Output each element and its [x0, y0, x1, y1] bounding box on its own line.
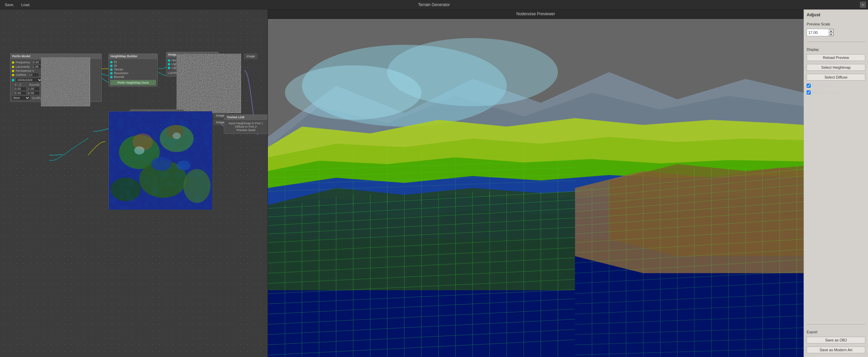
- terrain-svg: [268, 19, 804, 357]
- perlin-preview: [41, 57, 90, 106]
- diffuse-preview-svg: [109, 111, 212, 210]
- save-obj-button[interactable]: Save as OBJ: [807, 337, 865, 343]
- right-panel: Adjust Preview Scale ▲ ▼ Display Reload …: [804, 9, 868, 357]
- bounds-x2[interactable]: [28, 87, 40, 91]
- preview-scale-spinbox[interactable]: ▲ ▼: [807, 29, 834, 36]
- save-modern-art-button[interactable]: Save as Modern Art: [807, 346, 865, 353]
- image-output-label-3: Image: [214, 120, 227, 125]
- heightmap-preview-svg: [177, 54, 241, 113]
- heightmap-builder-header: HeightMap Builder: [109, 54, 157, 59]
- backface-culling-checkbox[interactable]: [807, 90, 811, 94]
- bounds-x1[interactable]: [15, 87, 26, 91]
- close-button[interactable]: ×: [860, 2, 866, 8]
- terrain-canvas: [268, 19, 804, 357]
- app-title: Terrain Generator: [418, 2, 450, 7]
- quality-select[interactable]: Best High Low: [12, 96, 31, 100]
- preview-link-header: Preview Link: [224, 115, 268, 120]
- preview-scale-down[interactable]: ▼: [829, 33, 833, 36]
- wireframe-row: WireFrame: [807, 84, 865, 88]
- heightmap-builder-node[interactable]: HeightMap Builder ID ID Terrain Resoluti…: [108, 54, 158, 87]
- title-bar: Save. Load. Terrain Generator ×: [0, 0, 868, 9]
- node-graph-panel[interactable]: Perlin Model Frequency Lacunarity Persis…: [0, 9, 268, 357]
- image-output-label-2: Image: [214, 113, 227, 118]
- image-output-label: Image: [244, 54, 257, 59]
- preview-scale-label: Preview Scale: [807, 22, 865, 26]
- select-heightmap-button[interactable]: Select Heightmap: [807, 64, 865, 71]
- preview-panel[interactable]: Nodenoise Previewer: [268, 9, 804, 357]
- load-menu[interactable]: Load.: [20, 2, 32, 7]
- svg-rect-16: [109, 111, 212, 210]
- preview-scale-up[interactable]: ▲: [829, 29, 833, 33]
- diffuse-preview: [108, 111, 212, 209]
- bounds-z2[interactable]: [28, 91, 40, 95]
- wireframe-label: WireFrame: [812, 84, 830, 88]
- svg-rect-1: [41, 57, 90, 106]
- adjust-title: Adjust: [807, 12, 865, 17]
- select-diffuse-button[interactable]: Select Diffuse: [807, 74, 865, 81]
- reload-preview-button[interactable]: Reload Preview: [807, 54, 865, 61]
- display-label: Display: [807, 47, 865, 51]
- main-area: Perlin Model Frequency Lacunarity Persis…: [0, 9, 868, 357]
- preview-link-text: Input Heightmap in Port 1Diffuse in Port…: [226, 122, 266, 132]
- wireframe-checkbox[interactable]: [807, 84, 811, 88]
- svg-marker-32: [609, 164, 804, 256]
- noise-preview-svg: [41, 57, 90, 106]
- svg-point-23: [285, 65, 421, 120]
- preview-scale-input[interactable]: [808, 30, 829, 35]
- preview-link-node[interactable]: Preview Link Input Heightmap in Port 1Di…: [224, 114, 268, 134]
- save-menu[interactable]: Save.: [3, 2, 16, 7]
- svg-rect-3: [177, 54, 241, 113]
- preview-title: Nodenoise Previewer: [268, 9, 804, 19]
- heightmap-preview: [176, 54, 241, 113]
- octnmt-input[interactable]: [29, 73, 39, 77]
- preview-scale-control: ▲ ▼: [807, 29, 865, 36]
- backface-culling-row: Backface Culling: [807, 90, 865, 94]
- bounds-z1[interactable]: [15, 91, 26, 95]
- export-label: Export: [807, 330, 865, 334]
- menu-bar: Save. Load.: [0, 2, 32, 7]
- backface-culling-label: Backface Culling: [812, 90, 840, 94]
- resolution-select[interactable]: 1024x1024 512x512 2048x2048: [16, 78, 43, 82]
